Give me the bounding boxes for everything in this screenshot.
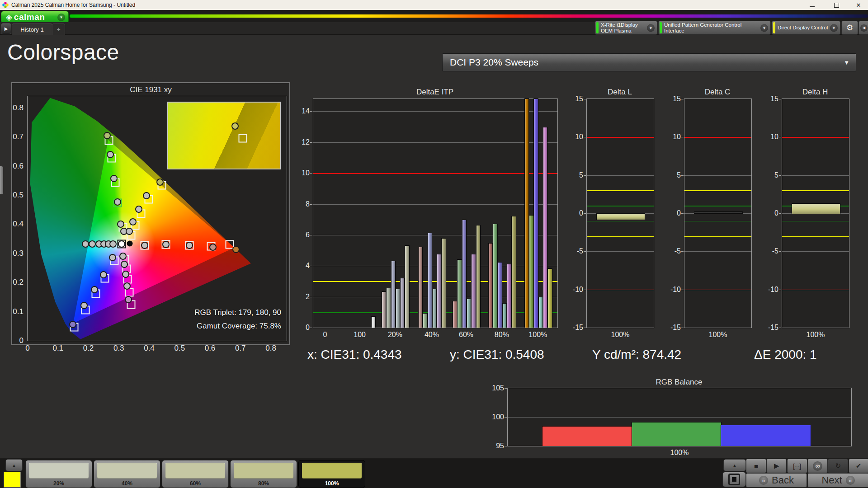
restore-icon xyxy=(834,3,839,8)
stop-button[interactable]: ■ xyxy=(746,459,766,473)
delta-y-tick-label: 15 xyxy=(665,95,681,103)
delta-gridline xyxy=(587,251,654,252)
page-title: Colorspace xyxy=(7,40,119,65)
table-row-label: Target Y cd/m² xyxy=(11,358,102,370)
left-panel-handle[interactable] xyxy=(0,166,3,194)
table-cell: 0.4074 xyxy=(151,405,201,417)
preset-dropdown[interactable]: DCI P3 20% Sweeps ▼ xyxy=(442,53,856,71)
title-bar: Calman 2025 Calman Home for Samsung - Un… xyxy=(0,0,868,10)
stop-icon xyxy=(728,474,740,485)
table-row: y: CIE310.37220.40740.44640.49160.5408 xyxy=(11,405,349,417)
deltae-gridline xyxy=(313,204,557,205)
deltae-plot: 02468101214010020%40%60%80%100% xyxy=(313,99,558,328)
swatch-color-patch xyxy=(302,463,362,479)
chevron-down-icon: ▼ xyxy=(844,59,849,66)
swatch-label: 80% xyxy=(231,480,297,487)
deltae-bar-20% xyxy=(405,245,409,328)
stop-large-button[interactable] xyxy=(722,472,746,487)
delta-limit-line xyxy=(684,137,751,138)
delta-limit-line xyxy=(587,137,654,138)
table-row: ΔE 20003.36642.16881.54271.90611.0448 xyxy=(11,428,349,440)
panel-collapse-button[interactable]: ◀ xyxy=(859,21,868,35)
delta-y-tick-label: -15 xyxy=(568,324,583,332)
swatch-card-100%[interactable]: 100% xyxy=(298,460,365,488)
table-cell: 1.9061 xyxy=(250,428,299,440)
cie-measured-point xyxy=(121,261,128,268)
delta-y-tick-label: -15 xyxy=(665,324,681,332)
deltae-bar-80% xyxy=(493,224,497,328)
deltae-bar-40% xyxy=(441,238,446,328)
cie-target-marker xyxy=(239,134,247,142)
deltae-bar-100% xyxy=(547,268,552,328)
confirm-button[interactable]: ✔ xyxy=(849,459,868,473)
chevron-left-icon: ◀ xyxy=(860,24,868,32)
swatch-card-80%[interactable]: 80% xyxy=(230,460,297,488)
settings-button[interactable]: ⚙ xyxy=(841,21,858,35)
chevron-right-icon: » xyxy=(846,476,855,485)
sidebar-expand-button[interactable]: ▶ xyxy=(1,23,11,34)
deltae-limit-line xyxy=(313,173,557,174)
delta-limit-line xyxy=(782,137,849,138)
back-button[interactable]: « Back xyxy=(746,473,807,488)
delta-x-label: 100% xyxy=(709,331,727,339)
rgb-gridline xyxy=(508,417,851,418)
swatch-scroll-up-button[interactable]: ▲ xyxy=(5,459,23,471)
table-cell: 3.3664 xyxy=(102,428,151,440)
rgb-bar-red xyxy=(542,426,632,446)
delta-x-label: 100% xyxy=(611,331,630,339)
delta-y-tick-label: -10 xyxy=(568,286,583,294)
delta-limit-line xyxy=(684,236,751,237)
calman-menu-button[interactable]: ◈ calman ▼ xyxy=(1,11,69,23)
swatch-card-20%[interactable]: 20% xyxy=(25,460,92,488)
close-icon: ✕ xyxy=(856,2,861,8)
meter-button-pattern-generator[interactable]: Unified Pattern Generator Control Interf… xyxy=(658,21,771,35)
cie-measured-point xyxy=(109,254,116,261)
cie-measured-point xyxy=(232,246,240,253)
deltae-x-tick-label: 60% xyxy=(459,331,473,339)
deltae-bar-60% xyxy=(457,259,462,328)
continuous-button[interactable]: ∞ xyxy=(807,459,828,473)
next-label: Next xyxy=(821,474,842,486)
deltae-gridline xyxy=(313,235,557,235)
tab-history-1[interactable]: History 1 xyxy=(12,23,52,35)
play-button[interactable]: ▶ xyxy=(766,459,787,473)
delta-x-label: 100% xyxy=(807,331,825,339)
cie-measured-point xyxy=(100,271,107,278)
meter-button-display-control[interactable]: Direct Display Control ▼ xyxy=(772,21,840,35)
refresh-button[interactable]: ↻ xyxy=(828,459,848,473)
table-cell: 912.9674 xyxy=(250,358,299,370)
delta-chart-title: Delta C xyxy=(705,88,731,97)
deltae-y-tick-label: 12 xyxy=(294,138,310,146)
transport-scroll-up-button[interactable]: ▲ xyxy=(723,459,746,471)
minimize-button[interactable] xyxy=(805,0,819,10)
table-row-label: y: CIE31 xyxy=(11,405,102,417)
rgb-y-tick-label: 95 xyxy=(489,442,504,450)
table-cell: 0.4561 xyxy=(201,381,250,393)
cie-measured-point xyxy=(69,321,76,328)
delta-y-tick-label: -5 xyxy=(568,247,583,255)
table-cell: 931.9787 xyxy=(151,358,201,370)
delta-limit-line xyxy=(587,236,654,237)
table-cell: 0.4132 xyxy=(151,381,201,393)
add-tab-button[interactable]: + xyxy=(52,23,65,35)
cie-measured-point xyxy=(143,192,150,199)
next-button[interactable]: Next » xyxy=(807,473,868,488)
delta-bar xyxy=(694,211,743,214)
cie-measured-point xyxy=(104,132,111,139)
restore-button[interactable] xyxy=(830,0,843,10)
chevron-down-icon: ▼ xyxy=(647,24,655,32)
swatch-card-60%[interactable]: 60% xyxy=(162,460,229,488)
delta-limit-line xyxy=(782,221,849,222)
delta-limit-line xyxy=(684,221,751,222)
delta-bar xyxy=(792,203,841,214)
close-button[interactable]: ✕ xyxy=(852,0,865,10)
delta-bar xyxy=(596,213,646,220)
delta-y-tick-label: 10 xyxy=(568,133,583,141)
measure-series-button[interactable]: [··] xyxy=(787,459,807,473)
readout-de2000: ΔE 2000: 1 xyxy=(754,347,817,362)
delta-gridline xyxy=(684,175,751,176)
rgb-bar-blue xyxy=(721,425,811,446)
swatch-card-40%[interactable]: 40% xyxy=(94,460,160,488)
cie-measured-point xyxy=(186,242,193,249)
meter-button-colorimeter[interactable]: X-Rite i1Display OEM Plasma ▼ xyxy=(595,21,657,35)
